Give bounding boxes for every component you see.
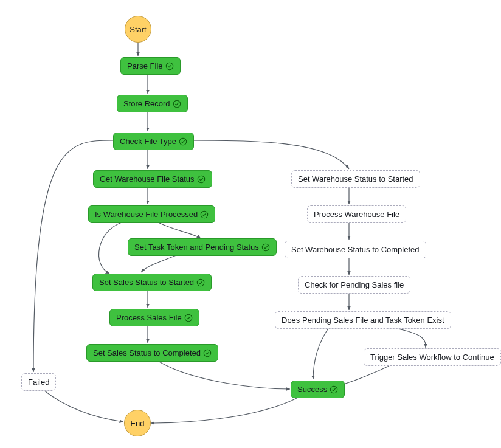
check-icon <box>184 314 193 322</box>
end-label: End <box>130 419 144 428</box>
check-pending-label: Check for Pending Sales file <box>305 280 404 289</box>
is-warehouse-processed-node: Is Warehouse File Processed <box>88 205 215 223</box>
check-icon <box>261 243 270 252</box>
check-file-type-label: Check File Type <box>120 137 176 146</box>
start-label: Start <box>130 25 146 34</box>
check-icon <box>165 62 174 71</box>
set-sales-started-node: Set Sales Status to Started <box>92 274 212 291</box>
end-node: End <box>124 410 151 436</box>
does-pending-exist-label: Does Pending Sales File and Task Token E… <box>282 315 444 325</box>
parse-file-label: Parse File <box>127 61 163 71</box>
set-warehouse-completed-node: Set Warehouse Status to Completed <box>285 241 426 258</box>
check-icon <box>196 278 205 287</box>
process-warehouse-node: Process Warehouse File <box>307 205 406 223</box>
set-sales-started-label: Set Sales Status to Started <box>99 278 194 287</box>
check-icon <box>173 100 181 108</box>
check-icon <box>197 175 206 184</box>
set-warehouse-started-node: Set Warehouse Status to Started <box>291 170 420 188</box>
success-label: Success <box>297 385 327 394</box>
process-warehouse-label: Process Warehouse File <box>314 210 399 219</box>
check-file-type-node: Check File Type <box>113 133 194 150</box>
trigger-sales-label: Trigger Sales Workflow to Continue <box>370 353 494 362</box>
check-icon <box>200 210 209 219</box>
set-task-token-node: Set Task Token and Pending Status <box>128 238 277 256</box>
set-sales-completed-label: Set Sales Status to Completed <box>93 348 201 357</box>
process-sales-node: Process Sales File <box>109 309 199 326</box>
set-task-token-label: Set Task Token and Pending Status <box>134 243 259 252</box>
check-pending-node: Check for Pending Sales file <box>298 276 410 294</box>
failed-node: Failed <box>21 373 56 391</box>
is-warehouse-processed-label: Is Warehouse File Processed <box>95 210 198 219</box>
does-pending-exist-node: Does Pending Sales File and Task Token E… <box>275 311 451 329</box>
set-warehouse-started-label: Set Warehouse Status to Started <box>298 174 413 184</box>
store-record-label: Store Record <box>123 99 170 108</box>
store-record-node: Store Record <box>117 95 188 112</box>
failed-label: Failed <box>28 377 49 387</box>
get-warehouse-status-label: Get Warehouse File Status <box>100 174 195 184</box>
success-node: Success <box>291 381 345 398</box>
check-icon <box>330 385 338 394</box>
set-warehouse-completed-label: Set Warehouse Status to Completed <box>291 245 420 254</box>
get-warehouse-status-node: Get Warehouse File Status <box>93 170 212 188</box>
check-icon <box>179 137 187 146</box>
check-icon <box>203 349 212 357</box>
flowchart-arrows <box>0 0 501 448</box>
trigger-sales-node: Trigger Sales Workflow to Continue <box>364 348 501 366</box>
parse-file-node: Parse File <box>120 57 181 75</box>
start-node: Start <box>125 16 151 43</box>
set-sales-completed-node: Set Sales Status to Completed <box>86 344 218 362</box>
process-sales-label: Process Sales File <box>116 313 182 322</box>
